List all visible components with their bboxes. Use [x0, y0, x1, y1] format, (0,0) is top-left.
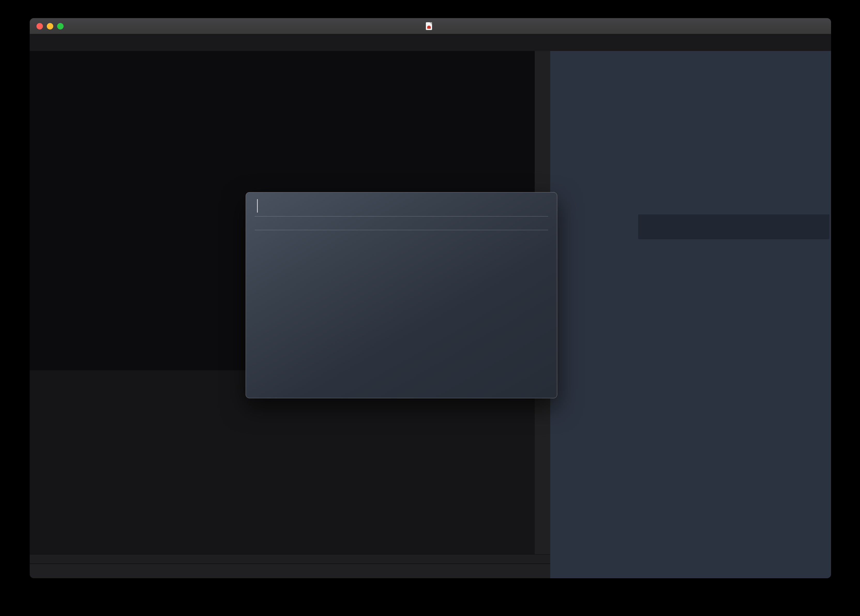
dialog-divider: [255, 230, 548, 230]
zoom-window-button[interactable]: [57, 23, 64, 30]
dialog-tabs: [246, 217, 557, 230]
traffic-lights: [36, 23, 64, 30]
text-caret: [257, 199, 258, 212]
editor-tab-bar: [30, 34, 831, 51]
close-window-button[interactable]: [36, 23, 43, 30]
console-prompt[interactable]: [30, 554, 550, 564]
title-bar[interactable]: [30, 18, 831, 34]
minimize-window-button[interactable]: [47, 23, 53, 30]
node-tree: [550, 51, 831, 578]
app-document-icon: [426, 22, 432, 30]
console-tab-bar: [30, 564, 550, 578]
outline-editor-panel: [550, 51, 831, 578]
node-search-dialog: [246, 192, 557, 398]
